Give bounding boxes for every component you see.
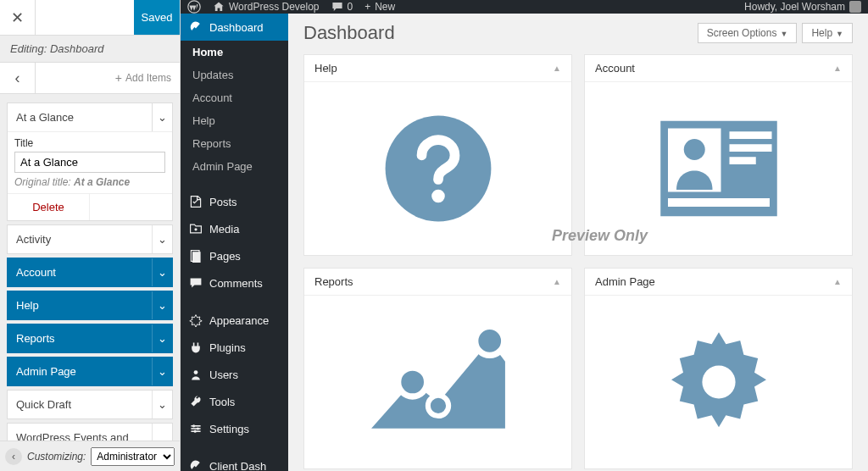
svg-point-10 bbox=[194, 430, 197, 433]
plugins-icon bbox=[189, 341, 203, 354]
client-dash-icon bbox=[189, 459, 203, 471]
widget-list: At a Glance ⌄ Title Original title: At a… bbox=[0, 94, 180, 441]
posts-icon bbox=[189, 195, 203, 208]
toggle-icon[interactable]: ▲ bbox=[553, 277, 561, 286]
menu-settings[interactable]: Settings bbox=[181, 415, 288, 442]
delete-button[interactable]: Delete bbox=[8, 194, 90, 220]
menu-users[interactable]: Users bbox=[181, 361, 288, 388]
box-body bbox=[304, 82, 571, 255]
menu-comments[interactable]: Comments bbox=[181, 269, 288, 296]
widget-row[interactable]: WordPress Events and News⌄ bbox=[7, 423, 173, 441]
original-title: Original title: At a Glance bbox=[14, 176, 165, 188]
title-input[interactable] bbox=[14, 152, 165, 173]
comment-icon bbox=[331, 1, 343, 13]
customizer-bar: ‹ + Add Items bbox=[0, 62, 180, 94]
customizing-label: Customizing: bbox=[27, 451, 86, 463]
chevron-down-icon[interactable]: ⌄ bbox=[152, 424, 172, 441]
role-select[interactable]: Administrator bbox=[91, 447, 175, 466]
widget-editor-title: At a Glance bbox=[8, 103, 152, 131]
widget-label: Quick Draft bbox=[8, 391, 152, 418]
chevron-down-icon[interactable]: ⌄ bbox=[152, 357, 172, 385]
menu-client-dash[interactable]: Client Dash bbox=[181, 452, 288, 471]
box-title: Reports bbox=[314, 275, 353, 288]
dashboard-icon bbox=[189, 20, 203, 34]
menu-media[interactable]: Media bbox=[181, 215, 288, 242]
svg-point-16 bbox=[683, 139, 704, 160]
dashboard-box-help: Help▲ bbox=[303, 54, 572, 256]
chevron-down-icon[interactable]: ⌄ bbox=[152, 225, 172, 253]
back-circle-button[interactable]: ‹ bbox=[5, 448, 22, 465]
toggle-icon[interactable]: ▲ bbox=[833, 64, 842, 73]
menu-posts[interactable]: Posts bbox=[181, 188, 288, 215]
submenu-admin-page[interactable]: Admin Page bbox=[181, 155, 288, 178]
svg-point-4 bbox=[194, 370, 198, 374]
svg-point-21 bbox=[398, 368, 426, 396]
widget-label: Admin Page bbox=[8, 357, 152, 385]
site-link[interactable]: WordPress Develop bbox=[213, 1, 320, 13]
widget-label: Activity bbox=[8, 225, 152, 253]
box-body bbox=[585, 296, 852, 468]
media-icon bbox=[189, 222, 203, 236]
wp-logo[interactable] bbox=[187, 0, 201, 14]
toggle-icon[interactable]: ▲ bbox=[833, 277, 842, 286]
dashboard-box-reports: Reports▲ bbox=[303, 268, 572, 469]
box-body bbox=[304, 296, 571, 468]
back-button[interactable]: ‹ bbox=[0, 63, 36, 93]
screen-options-button[interactable]: Screen Options▼ bbox=[698, 23, 798, 43]
svg-rect-20 bbox=[668, 198, 770, 207]
plus-icon: + bbox=[364, 1, 370, 13]
submenu-help[interactable]: Help bbox=[181, 109, 288, 132]
avatar bbox=[849, 1, 861, 13]
new-link[interactable]: + New bbox=[364, 1, 395, 13]
widget-row[interactable]: Activity⌄ bbox=[7, 224, 173, 254]
svg-point-22 bbox=[427, 396, 448, 416]
chevron-down-icon[interactable]: ⌄ bbox=[152, 324, 172, 352]
admin-bar: WordPress Develop 0 + New Howdy, Joel Wo… bbox=[181, 0, 868, 14]
widget-row[interactable]: Help⌄ bbox=[7, 291, 173, 320]
svg-point-1 bbox=[194, 228, 197, 230]
menu-plugins[interactable]: Plugins bbox=[181, 334, 288, 361]
chevron-down-icon[interactable]: ⌄ bbox=[152, 291, 172, 319]
widget-label: WordPress Events and News bbox=[8, 424, 152, 441]
widget-row[interactable]: Quick Draft⌄ bbox=[7, 390, 173, 419]
customizer-footer: ‹ Customizing: Administrator bbox=[0, 441, 180, 471]
pages-icon bbox=[189, 249, 203, 263]
users-icon bbox=[189, 368, 203, 381]
svg-point-24 bbox=[702, 365, 735, 398]
widget-row[interactable]: Admin Page⌄ bbox=[7, 357, 173, 386]
help-button[interactable]: Help▼ bbox=[802, 23, 853, 43]
menu-dashboard[interactable]: Dashboard bbox=[181, 14, 288, 41]
widget-editor: At a Glance ⌄ Title Original title: At a… bbox=[7, 103, 173, 221]
svg-point-9 bbox=[197, 427, 199, 429]
submenu-account[interactable]: Account bbox=[181, 86, 288, 109]
dashboard-content: Dashboard Screen Options▼ Help▼ Help▲Acc… bbox=[288, 14, 868, 471]
menu-pages[interactable]: Pages bbox=[181, 242, 288, 269]
chevron-down-icon[interactable]: ⌄ bbox=[152, 391, 172, 418]
svg-rect-19 bbox=[729, 157, 755, 164]
submenu-home[interactable]: Home bbox=[181, 41, 288, 64]
submenu-updates[interactable]: Updates bbox=[181, 64, 288, 86]
chevron-down-icon[interactable]: ⌄ bbox=[152, 103, 172, 131]
submenu-reports[interactable]: Reports bbox=[181, 132, 288, 155]
howdy-link[interactable]: Howdy, Joel Worsham bbox=[744, 1, 861, 13]
box-title: Help bbox=[314, 62, 337, 75]
comments-link[interactable]: 0 bbox=[331, 1, 353, 13]
wordpress-icon bbox=[187, 0, 201, 14]
menu-appearance[interactable]: Appearance bbox=[181, 307, 288, 334]
svg-rect-3 bbox=[192, 252, 201, 263]
dashboard-box-account: Account▲ bbox=[584, 54, 853, 256]
widget-row[interactable]: Reports⌄ bbox=[7, 324, 173, 353]
toggle-icon[interactable]: ▲ bbox=[553, 64, 561, 73]
title-field-label: Title bbox=[14, 137, 165, 149]
tools-icon bbox=[189, 395, 203, 408]
svg-point-23 bbox=[475, 326, 504, 355]
add-items-button[interactable]: + Add Items bbox=[36, 63, 180, 93]
home-icon bbox=[213, 1, 225, 13]
menu-tools[interactable]: Tools bbox=[181, 388, 288, 415]
dashboard-box-admin-page: Admin Page▲ bbox=[584, 268, 853, 469]
chevron-down-icon[interactable]: ⌄ bbox=[152, 258, 172, 286]
close-button[interactable]: ✕ bbox=[0, 0, 36, 35]
box-title: Admin Page bbox=[595, 275, 655, 288]
widget-row[interactable]: Account⌄ bbox=[7, 258, 173, 287]
customizer-panel: ✕ Saved Editing: Dashboard ‹ + Add Items… bbox=[0, 0, 181, 471]
